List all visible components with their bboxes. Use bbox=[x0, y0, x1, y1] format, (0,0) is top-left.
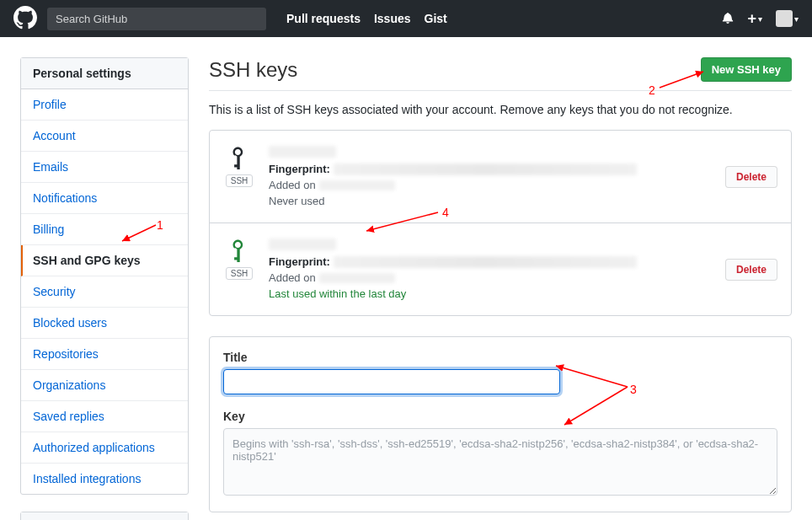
sidebar-item-profile[interactable]: Profile bbox=[21, 89, 188, 121]
title-field-label: Title bbox=[223, 351, 777, 364]
notifications-bell-icon[interactable] bbox=[722, 12, 734, 26]
sidebar-item-billing[interactable]: Billing bbox=[21, 214, 188, 245]
sidebar-item-notifications[interactable]: Notifications bbox=[21, 183, 188, 214]
key-field-label: Key bbox=[223, 410, 777, 423]
sidebar-item-emails[interactable]: Emails bbox=[21, 152, 188, 183]
sidebar-item-blocked[interactable]: Blocked users bbox=[21, 308, 188, 339]
added-date-redacted bbox=[319, 180, 395, 190]
new-ssh-key-button[interactable]: New SSH key bbox=[701, 57, 792, 82]
main-content: SSH keys New SSH key This is a list of S… bbox=[209, 57, 792, 520]
sidebar-header-developer: Developer settings bbox=[21, 512, 188, 520]
top-nav: Pull requests Issues Gist +▾ ▾ bbox=[0, 0, 812, 37]
add-key-form: Title Key bbox=[209, 336, 792, 512]
sidebar-item-orgs[interactable]: Organizations bbox=[21, 370, 188, 401]
added-label: Added on bbox=[269, 271, 316, 284]
search-input[interactable] bbox=[47, 8, 266, 30]
user-menu[interactable]: ▾ bbox=[776, 10, 799, 27]
nav-pull-requests[interactable]: Pull requests bbox=[286, 12, 361, 25]
delete-key-button[interactable]: Delete bbox=[725, 166, 777, 188]
ssh-key-row: SSH Fingerprint: Added on Last used with… bbox=[210, 223, 791, 315]
github-logo-icon[interactable] bbox=[13, 6, 37, 32]
sidebar-item-repos[interactable]: Repositories bbox=[21, 339, 188, 370]
sidebar-item-account[interactable]: Account bbox=[21, 121, 188, 152]
key-type-badge: SSH bbox=[226, 174, 254, 187]
key-name-redacted bbox=[269, 146, 336, 158]
sidebar-item-saved-replies[interactable]: Saved replies bbox=[21, 401, 188, 432]
ssh-key-row: SSH Fingerprint: Added on Never used Del… bbox=[210, 131, 791, 223]
delete-key-button[interactable]: Delete bbox=[725, 259, 777, 281]
nav-gist[interactable]: Gist bbox=[425, 12, 447, 25]
key-icon bbox=[227, 239, 251, 262]
page-title: SSH keys bbox=[209, 58, 297, 82]
added-label: Added on bbox=[269, 179, 316, 191]
key-usage-status: Never used bbox=[269, 195, 712, 207]
key-type-badge: SSH bbox=[226, 267, 254, 280]
settings-sidebar: Personal settings Profile Account Emails… bbox=[20, 57, 189, 520]
key-textarea[interactable] bbox=[223, 428, 777, 496]
fingerprint-label: Fingerprint: bbox=[269, 255, 330, 268]
key-usage-status: Last used within the last day bbox=[269, 287, 712, 300]
sidebar-item-authorized-apps[interactable]: Authorized applications bbox=[21, 432, 188, 464]
fingerprint-label: Fingerprint: bbox=[269, 163, 330, 175]
fingerprint-redacted bbox=[334, 256, 637, 268]
sidebar-item-installed-integrations[interactable]: Installed integrations bbox=[21, 464, 188, 494]
sidebar-header-personal: Personal settings bbox=[21, 58, 188, 89]
create-new-icon[interactable]: +▾ bbox=[747, 10, 762, 28]
fingerprint-redacted bbox=[334, 164, 637, 175]
avatar-icon bbox=[776, 10, 793, 27]
sidebar-item-security[interactable]: Security bbox=[21, 276, 188, 308]
key-icon bbox=[227, 146, 251, 169]
added-date-redacted bbox=[319, 273, 395, 283]
ssh-key-list: SSH Fingerprint: Added on Never used Del… bbox=[209, 130, 792, 316]
sidebar-item-ssh-gpg: SSH and GPG keys bbox=[21, 245, 188, 276]
nav-issues[interactable]: Issues bbox=[374, 12, 411, 25]
page-description: This is a list of SSH keys associated wi… bbox=[209, 103, 792, 116]
title-input[interactable] bbox=[223, 369, 560, 394]
key-name-redacted bbox=[269, 239, 336, 250]
